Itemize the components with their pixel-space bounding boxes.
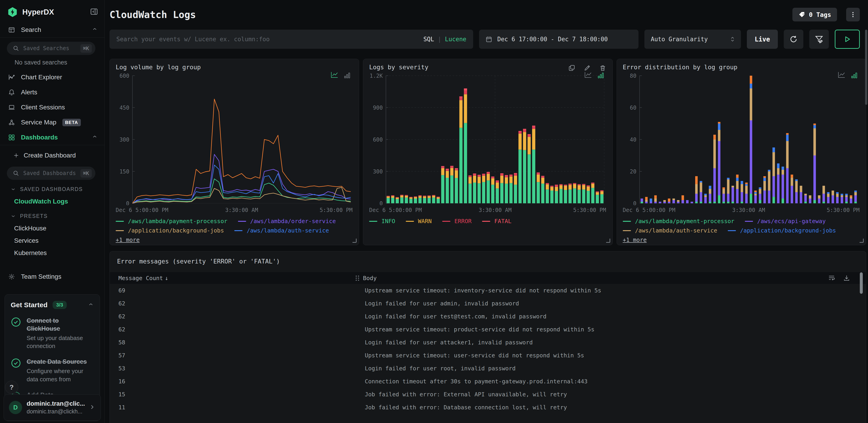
sidebar-item-alerts[interactable]: Alerts — [0, 85, 104, 100]
sidebar-item-chart-explorer[interactable]: Chart Explorer — [0, 70, 104, 85]
saved-dashboard-cloudwatch-logs[interactable]: CloudWatch Logs — [0, 195, 104, 208]
play-icon — [843, 35, 851, 43]
legend-item[interactable]: /aws/lambda/order-service — [238, 218, 336, 225]
get-started-item[interactable]: Connect to ClickHouse Set up your databa… — [11, 317, 94, 350]
duplicate-icon[interactable] — [568, 64, 575, 71]
sidebar-item-dashboards[interactable]: Dashboards — [0, 130, 104, 145]
line-chart-toggle-icon[interactable] — [838, 71, 845, 79]
download-icon[interactable] — [843, 275, 850, 281]
wrap-text-icon[interactable] — [828, 275, 835, 281]
log-volume-chart[interactable]: 0150300450600 — [116, 72, 353, 205]
drag-handle-icon[interactable] — [356, 276, 359, 281]
table-row[interactable]: 53Login failed for user root, invalid pa… — [110, 362, 866, 375]
legend-item[interactable]: /application/background-jobs — [116, 227, 224, 234]
chevron-up-icon[interactable] — [92, 134, 98, 141]
table-row[interactable]: 15Job failed with error: External API un… — [110, 388, 866, 401]
table-row[interactable]: 62Login failed for user test@test.com, i… — [110, 310, 866, 323]
table-row[interactable]: 62Login failed for user admin, invalid p… — [110, 297, 866, 310]
logs-by-severity-chart[interactable]: 03006009001.2K — [369, 72, 607, 205]
check-circle-icon — [11, 317, 21, 327]
main-content: CloudWatch Logs 0 Tags Search your event… — [105, 0, 868, 423]
filter-button[interactable] — [809, 30, 829, 49]
legend-label: INFO — [381, 218, 395, 225]
section-label: PRESETS — [20, 213, 48, 219]
x-axis-tick-label: Dec 6 5:00:00 PM — [369, 207, 422, 213]
date-range-picker[interactable]: Dec 6 17:00:00 - Dec 7 18:00:00 — [479, 30, 639, 49]
bar-chart-toggle-icon[interactable] — [597, 72, 604, 79]
section-saved-dashboards[interactable]: SAVED DASHBOARDS — [0, 183, 104, 195]
legend-item[interactable]: /application/background-jobs — [728, 227, 836, 234]
sidebar-item-search[interactable]: Search — [0, 22, 104, 37]
legend-label: FATAL — [494, 218, 512, 225]
x-axis-labels: Dec 6 5:00:00 PM3:30:00 AM5:30:00 PM — [116, 205, 353, 215]
svg-text:80: 80 — [630, 73, 637, 79]
event-search-input[interactable]: Search your events w/ Lucene ex. column:… — [110, 30, 473, 49]
svg-text:20: 20 — [630, 168, 637, 175]
kebab-menu-button[interactable] — [846, 8, 860, 22]
svg-text:300: 300 — [373, 168, 383, 175]
table-row[interactable]: 16Connection timeout after 30s to paymen… — [110, 375, 866, 388]
bar-chart-toggle-icon[interactable] — [344, 72, 351, 79]
legend-item[interactable]: /aws/lambda/payment-processor — [116, 218, 227, 225]
edit-icon[interactable] — [584, 64, 591, 71]
refresh-button[interactable] — [784, 30, 803, 49]
legend-swatch — [728, 230, 736, 231]
legend-item[interactable]: /aws/lambda/auth-service — [623, 227, 717, 234]
chart-title: Log volume by log group — [116, 64, 353, 70]
x-axis-labels: Dec 6 5:00:00 PM3:30:00 AM5:30:00 PM — [623, 205, 860, 215]
legend-more-link[interactable]: +1 more — [623, 236, 647, 243]
message-count-cell: 16 — [110, 378, 125, 385]
line-chart-toggle-icon[interactable] — [331, 71, 338, 79]
preset-clickhouse[interactable]: ClickHouse — [0, 222, 104, 234]
legend-item[interactable]: ERROR — [442, 218, 472, 225]
chevron-up-icon[interactable] — [92, 26, 98, 34]
live-button[interactable]: Live — [747, 30, 778, 49]
table-row[interactable]: 11Job failed with error: Database connec… — [110, 401, 866, 414]
preset-kubernetes[interactable]: Kubernetes — [0, 247, 104, 259]
sidebar-item-team-settings[interactable]: Team Settings — [0, 269, 104, 284]
panel-logs-by-severity: Logs by severity — [363, 59, 613, 245]
error-distribution-chart[interactable]: 020406080 — [623, 72, 860, 205]
sidebar-item-service-map[interactable]: Service Map BETA — [0, 115, 104, 130]
page-scrollbar[interactable] — [865, 30, 867, 105]
legend-swatch — [406, 221, 414, 222]
table-vertical-scrollbar[interactable] — [860, 272, 863, 294]
legend-item[interactable]: FATAL — [482, 218, 512, 225]
lucene-mode-toggle[interactable]: Lucene — [445, 36, 466, 43]
saved-searches-input[interactable]: Saved Searches ⌘K — [7, 42, 95, 55]
legend-more-link[interactable]: +1 more — [116, 236, 140, 243]
sidebar-item-client-sessions[interactable]: Client Sessions — [0, 100, 104, 115]
sort-desc-icon: ↓ — [165, 275, 168, 281]
line-chart-toggle-icon[interactable] — [584, 71, 592, 79]
get-started-item[interactable]: Create Data Sources Configure where your… — [11, 358, 94, 383]
granularity-select[interactable]: Auto Granularity — [644, 30, 741, 49]
run-query-button[interactable] — [835, 30, 860, 49]
dashboards-icon — [8, 134, 16, 141]
kebab-icon — [849, 11, 857, 18]
legend-item[interactable]: /aws/lambda/auth-service — [234, 227, 329, 234]
table-row[interactable]: 57Upstream service timeout: user-service… — [110, 349, 866, 362]
collapse-sidebar-icon[interactable] — [90, 7, 98, 17]
tags-button[interactable]: 0 Tags — [793, 8, 837, 22]
date-range-value: Dec 6 17:00:00 - Dec 7 18:00:00 — [497, 36, 608, 43]
help-button[interactable]: ? — [5, 380, 18, 394]
legend-item[interactable]: /aws/ecs/api-gateway — [745, 218, 826, 225]
chevron-up-icon[interactable] — [88, 302, 94, 308]
table-row[interactable]: 58Login failed for user attacker1, inval… — [110, 336, 866, 349]
column-header-message-count[interactable]: Message Count ↓ — [110, 275, 168, 281]
user-profile[interactable]: D dominic.tran@clic... dominic.tran@clic… — [4, 394, 101, 421]
table-row[interactable]: 62Upstream service timeout: product-serv… — [110, 323, 866, 336]
saved-dashboards-input[interactable]: Saved Dashboards ⌘K — [7, 167, 95, 180]
bar-chart-toggle-icon[interactable] — [851, 72, 858, 79]
preset-services[interactable]: Services — [0, 234, 104, 247]
delete-icon[interactable] — [599, 64, 606, 71]
legend-item[interactable]: /aws/lambda/payment-processor — [623, 218, 735, 225]
table-row[interactable]: 69Upstream service timeout: inventory-se… — [110, 284, 866, 297]
legend-item[interactable]: WARN — [406, 218, 432, 225]
column-header-body[interactable]: Body — [356, 275, 377, 281]
section-presets[interactable]: PRESETS — [0, 210, 104, 222]
page-title: CloudWatch Logs — [110, 9, 196, 20]
legend-item[interactable]: INFO — [369, 218, 395, 225]
sql-mode-toggle[interactable]: SQL — [423, 36, 434, 43]
create-dashboard-button[interactable]: Create Dashboard — [0, 148, 104, 163]
